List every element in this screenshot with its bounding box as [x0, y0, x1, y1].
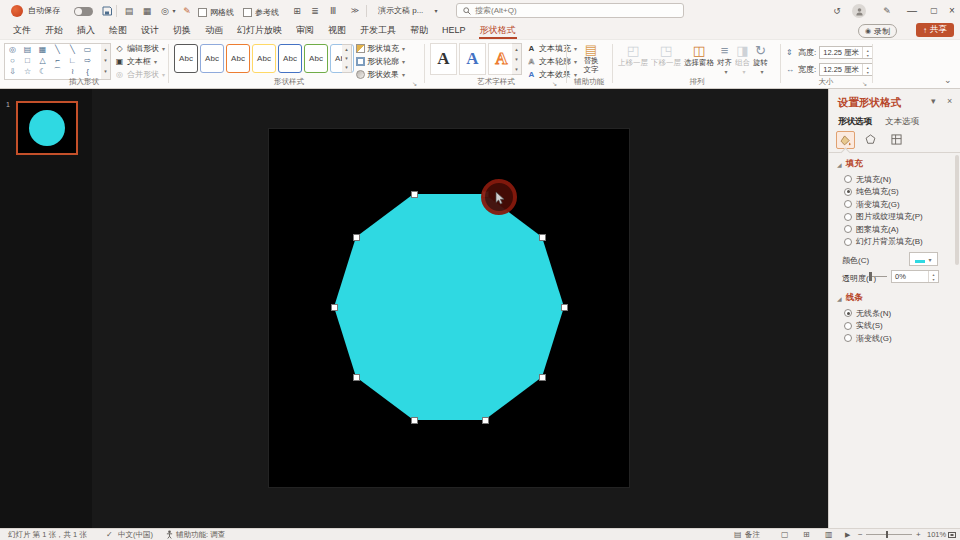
shape-styles-launcher-icon[interactable]: ↘	[412, 80, 417, 87]
format-painter-icon[interactable]: ✎	[180, 0, 194, 22]
step-down-icon[interactable]: ▾	[932, 277, 934, 282]
close-button[interactable]: ×	[944, 0, 960, 22]
app-logo-icon[interactable]	[11, 5, 23, 17]
vertex-handle[interactable]	[411, 191, 418, 198]
panel-options-caret-icon[interactable]: ▾	[931, 96, 936, 106]
search-input[interactable]: 搜索(Alt+Q)	[456, 3, 684, 18]
fit-to-window-icon[interactable]	[948, 529, 956, 540]
wordart-more-icon[interactable]: ▾	[512, 64, 521, 74]
menu-tab-幻灯片放映[interactable]: 幻灯片放映	[230, 22, 289, 39]
zoom-slider-thumb[interactable]	[886, 531, 888, 538]
menu-tab-开始[interactable]: 开始	[38, 22, 70, 39]
chips-scroll[interactable]: ▴ ▾ ▾	[342, 44, 352, 73]
arrange-旋转[interactable]: ↻旋转▾	[753, 43, 768, 75]
vertex-handle[interactable]	[561, 304, 568, 311]
gallery-up-icon[interactable]: ▴	[101, 44, 110, 55]
step-down-icon[interactable]: ▾	[867, 53, 869, 58]
radio-option-纯色填充(S)[interactable]: 纯色填充(S)	[844, 186, 923, 199]
wordart-style-2[interactable]: A	[459, 43, 486, 75]
transparency-stepper[interactable]: ▴ ▾	[928, 271, 938, 282]
menu-tab-形状格式[interactable]: 形状格式	[473, 22, 523, 39]
maximize-button[interactable]: ▢	[926, 0, 942, 22]
effects-category-icon[interactable]	[862, 131, 879, 147]
transparency-slider[interactable]	[869, 270, 887, 282]
menu-tab-切换[interactable]: 切换	[166, 22, 198, 39]
wordart-up-icon[interactable]: ▴	[512, 44, 521, 54]
gallery-more-icon[interactable]: ▾	[101, 66, 110, 77]
wordart-style-1[interactable]: A	[430, 43, 457, 75]
collapse-ribbon-icon[interactable]: ⌄	[944, 75, 952, 85]
radio-circle[interactable]	[844, 200, 852, 208]
style-chip-6[interactable]: Abc	[304, 44, 328, 73]
step-down-icon[interactable]: ▾	[867, 70, 869, 75]
spellcheck-icon[interactable]: ✓	[106, 529, 113, 540]
slide-thumbnail[interactable]	[16, 101, 78, 155]
menu-tab-设计[interactable]: 设计	[134, 22, 166, 39]
shape-icon[interactable]: ⌒	[50, 66, 65, 77]
gallery-down-icon[interactable]: ▾	[101, 55, 110, 66]
tab-shape-options[interactable]: 形状选项	[838, 116, 872, 128]
style-chip-2[interactable]: Abc	[200, 44, 224, 73]
radio-circle[interactable]	[844, 225, 852, 233]
style-chip-3[interactable]: Abc	[226, 44, 250, 73]
radio-option-无填充(N)[interactable]: 无填充(N)	[844, 173, 923, 186]
shape-icon[interactable]: ▦	[35, 44, 50, 55]
line-section-header[interactable]: ◢ 线条	[837, 292, 863, 304]
chips-up-icon[interactable]: ▴	[342, 45, 351, 54]
radio-option-渐变线(G)[interactable]: 渐变线(G)	[844, 332, 892, 345]
menu-tab-绘图[interactable]: 绘图	[102, 22, 134, 39]
transparency-input[interactable]: 0% ▴ ▾	[891, 270, 939, 283]
slide-sorter-view-icon[interactable]: ⊞	[803, 529, 810, 540]
style-chip-5[interactable]: Abc	[278, 44, 302, 73]
shape-icon[interactable]: ▭	[80, 44, 95, 55]
fill-category-icon[interactable]	[836, 131, 855, 149]
guides-checkbox[interactable]: 参考线	[243, 7, 279, 18]
menu-tab-HELP[interactable]: HELP	[435, 22, 473, 39]
fill-section-header[interactable]: ◢ 填充	[837, 158, 863, 170]
style-chip-1[interactable]: Abc	[174, 44, 198, 73]
vertex-handle[interactable]	[353, 374, 360, 381]
album-icon[interactable]: ▦	[140, 0, 154, 22]
radio-circle[interactable]	[844, 188, 852, 196]
shape-icon[interactable]: ∟	[65, 55, 80, 66]
menu-tab-帮助[interactable]: 帮助	[403, 22, 435, 39]
shape-icon[interactable]: ○	[5, 55, 20, 66]
shape-icon[interactable]: ⇨	[80, 55, 95, 66]
normal-view-icon[interactable]: ▢	[781, 529, 789, 540]
style-chip-4[interactable]: Abc	[252, 44, 276, 73]
width-input[interactable]: 12.25 厘米 ▴ ▾	[819, 63, 873, 76]
menu-tab-插入[interactable]: 插入	[70, 22, 102, 39]
shape-icon[interactable]: ⇩	[5, 66, 20, 77]
radio-option-图片或纹理填充(P)[interactable]: 图片或纹理填充(P)	[844, 211, 923, 224]
slider-thumb[interactable]	[869, 272, 872, 281]
tab-text-options[interactable]: 文本选项	[885, 116, 919, 128]
arrange-对齐[interactable]: ≡对齐▾	[717, 43, 732, 75]
columns-icon[interactable]: Ⅲ	[326, 0, 340, 22]
shape-icon[interactable]: □	[20, 55, 35, 66]
align-lines-icon[interactable]: ≣	[308, 0, 322, 22]
arrange-选择窗格[interactable]: ◫选择窗格	[684, 43, 714, 68]
chips-more-icon[interactable]: ▾	[342, 63, 351, 72]
menu-tab-开发工具[interactable]: 开发工具	[353, 22, 403, 39]
slide[interactable]	[268, 128, 630, 488]
radio-option-幻灯片背景填充(B)[interactable]: 幻灯片背景填充(B)	[844, 236, 923, 249]
zoom-slider-track[interactable]	[866, 534, 912, 535]
shape-icon[interactable]: ◎	[5, 44, 20, 55]
radio-option-渐变填充(G)[interactable]: 渐变填充(G)	[844, 198, 923, 211]
zoom-in-icon[interactable]: +	[916, 529, 921, 540]
alt-text-button[interactable]: ▤ 替换文字	[578, 43, 604, 74]
menu-tab-视图[interactable]: 视图	[321, 22, 353, 39]
dropdown-caret-icon[interactable]: ▾	[170, 0, 178, 22]
height-input[interactable]: 12.25 厘米 ▴ ▾	[819, 46, 873, 59]
shape-icon[interactable]: ☾	[35, 66, 50, 77]
radio-option-实线(S)[interactable]: 实线(S)	[844, 320, 892, 333]
decagon-shape[interactable]	[334, 194, 564, 420]
record-button[interactable]: ◉ 录制	[858, 24, 897, 38]
ribbon-button-文本框[interactable]: ▣文本框▾	[114, 55, 165, 67]
doc-title-caret-icon[interactable]: ▾	[432, 0, 440, 22]
autosave-toggle[interactable]	[74, 7, 93, 16]
gallery-scroll[interactable]: ▴ ▾ ▾	[101, 43, 111, 80]
share-button[interactable]: ↑ 共享	[916, 23, 954, 37]
overflow-icon[interactable]: ≫	[348, 0, 362, 22]
ribbon-button-编辑形状[interactable]: ◇编辑形状▾	[114, 42, 165, 54]
